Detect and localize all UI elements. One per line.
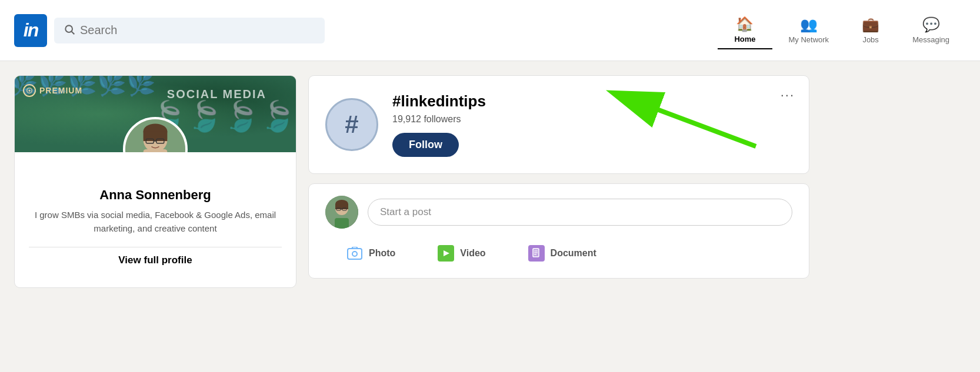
post-avatar <box>325 196 358 229</box>
document-icon <box>528 245 545 262</box>
nav-label-messaging: Messaging <box>912 35 949 44</box>
home-icon: 🏠 <box>736 16 754 32</box>
hashtag-name: #linkedintips <box>392 92 792 110</box>
svg-line-1 <box>72 31 75 34</box>
main-nav: 🏠 Home 👥 My Network 💼 Jobs 💬 Messaging <box>718 11 966 49</box>
photo-action[interactable]: Photo <box>325 240 416 266</box>
nav-item-my-network[interactable]: 👥 My Network <box>772 12 846 49</box>
messaging-icon: 💬 <box>922 16 940 33</box>
nav-item-messaging[interactable]: 💬 Messaging <box>896 12 966 49</box>
start-post-input[interactable]: Start a post <box>368 199 792 226</box>
svg-point-24 <box>352 252 357 256</box>
svg-point-0 <box>65 25 72 32</box>
avatar-container <box>123 117 188 152</box>
hashtag-followers: 19,912 followers <box>392 114 792 125</box>
video-label: Video <box>460 248 485 259</box>
post-actions: Photo Video <box>325 240 792 266</box>
nav-label-home: Home <box>734 35 755 43</box>
header: in 🏠 Home 👥 My Network 💼 Jobs 💬 Messagin… <box>0 0 980 61</box>
search-bar[interactable] <box>54 18 325 43</box>
svg-rect-23 <box>348 249 362 259</box>
follow-button[interactable]: Follow <box>392 133 459 157</box>
svg-marker-25 <box>444 250 449 256</box>
svg-text:✦: ✦ <box>28 89 31 93</box>
profile-name: Anna Sonnenberg <box>29 187 282 203</box>
search-icon <box>64 24 75 38</box>
nav-label-jobs: Jobs <box>862 35 878 44</box>
video-icon <box>438 245 454 262</box>
banner-text: SOCIAL MEDIA <box>167 88 266 101</box>
nav-item-jobs[interactable]: 💼 Jobs <box>845 12 896 49</box>
my-network-icon: 👥 <box>800 16 818 33</box>
profile-banner: ✦ PREMIUM SOCIAL MEDIA <box>15 76 296 152</box>
svg-rect-17 <box>335 218 349 229</box>
hashtag-icon: # <box>325 98 378 151</box>
hash-symbol: # <box>345 110 358 139</box>
svg-rect-6 <box>144 149 168 152</box>
profile-info: Anna Sonnenberg I grow SMBs via social m… <box>15 152 296 287</box>
document-label: Document <box>551 248 596 259</box>
premium-badge: ✦ PREMIUM <box>23 84 82 97</box>
photo-icon <box>346 245 363 262</box>
view-full-profile-button[interactable]: View full profile <box>29 247 282 273</box>
linkedin-logo[interactable]: in <box>14 14 47 47</box>
nav-label-my-network: My Network <box>789 35 829 44</box>
more-options-button[interactable]: ··· <box>781 88 795 103</box>
hashtag-card: # #linkedintips 19,912 followers Follow … <box>308 75 809 174</box>
nav-item-home[interactable]: 🏠 Home <box>718 11 772 49</box>
sidebar: ✦ PREMIUM SOCIAL MEDIA <box>14 75 296 288</box>
logo-text: in <box>24 19 38 41</box>
video-action[interactable]: Video <box>416 240 506 266</box>
feed-content: # #linkedintips 19,912 followers Follow … <box>308 75 809 288</box>
photo-label: Photo <box>369 248 395 259</box>
search-input[interactable] <box>80 24 315 37</box>
post-header: Start a post <box>325 196 792 229</box>
document-action[interactable]: Document <box>507 240 618 266</box>
hashtag-info: #linkedintips 19,912 followers Follow <box>392 92 792 157</box>
profile-bio: I grow SMBs via social media, Facebook &… <box>29 209 282 235</box>
post-card: Start a post Photo <box>308 183 809 279</box>
jobs-icon: 💼 <box>862 16 879 33</box>
premium-icon: ✦ <box>23 84 36 97</box>
premium-label: PREMIUM <box>39 86 82 95</box>
main-content: ✦ PREMIUM SOCIAL MEDIA <box>0 61 824 288</box>
profile-card: ✦ PREMIUM SOCIAL MEDIA <box>14 75 296 288</box>
profile-avatar <box>123 117 188 152</box>
